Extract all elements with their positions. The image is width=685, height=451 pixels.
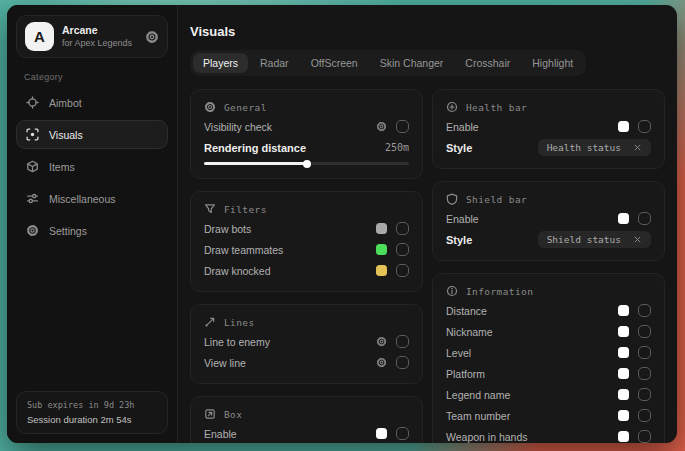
gear-icon[interactable] xyxy=(376,121,387,132)
sidebar-item-aimbot[interactable]: Aimbot xyxy=(16,88,168,117)
color-swatch[interactable] xyxy=(618,431,629,442)
main-panel: Visuals PlayersRadarOffScreenSkin Change… xyxy=(178,5,677,443)
tab-players[interactable]: Players xyxy=(193,53,248,73)
section-title: Health bar xyxy=(466,102,527,113)
sidebar-item-label: Miscellaneous xyxy=(49,193,116,205)
checkbox[interactable] xyxy=(638,409,651,422)
color-swatch[interactable] xyxy=(376,244,387,255)
color-swatch[interactable] xyxy=(618,410,629,421)
gear-icon[interactable] xyxy=(376,336,387,347)
gear-icon[interactable] xyxy=(376,357,387,368)
slider-track[interactable] xyxy=(204,162,409,165)
section-header: Health bar xyxy=(446,101,651,113)
section-title: Shield bar xyxy=(466,194,527,205)
sidebar-item-settings[interactable]: Settings xyxy=(16,216,168,245)
checkbox[interactable] xyxy=(638,346,651,359)
health-icon xyxy=(446,101,458,113)
setting-row-enable: Enable xyxy=(446,116,651,137)
setting-label: Legend name xyxy=(446,389,618,401)
setting-row-draw-knocked: Draw knocked xyxy=(204,260,409,281)
tab-radar[interactable]: Radar xyxy=(250,53,299,73)
color-swatch[interactable] xyxy=(618,389,629,400)
section-general: GeneralVisibility checkRendering distanc… xyxy=(190,89,423,179)
checkbox[interactable] xyxy=(396,356,409,369)
shield-icon xyxy=(446,193,458,205)
setting-label: Line to enemy xyxy=(204,336,376,348)
sidebar-item-visuals[interactable]: Visuals xyxy=(16,120,168,149)
sidebar-item-label: Items xyxy=(49,161,75,173)
setting-label: Enable xyxy=(204,428,376,440)
section-filters: FiltersDraw botsDraw teammatesDraw knock… xyxy=(190,191,423,292)
setting-label: View line xyxy=(204,357,376,369)
setting-row-line-to-enemy: Line to enemy xyxy=(204,331,409,352)
cube-icon xyxy=(26,160,39,173)
section-information: InformationDistanceNicknameLevelPlatform… xyxy=(432,273,665,443)
setting-label: Rendering distance xyxy=(204,142,385,154)
section-header: General xyxy=(204,101,409,113)
style-select[interactable]: Health status xyxy=(538,139,651,156)
line-icon xyxy=(204,316,216,328)
color-swatch[interactable] xyxy=(618,347,629,358)
tab-highlight[interactable]: Highlight xyxy=(522,53,583,73)
section-title: General xyxy=(224,102,267,113)
section-title: Filters xyxy=(224,204,267,215)
setting-row-nickname: Nickname xyxy=(446,321,651,342)
checkbox[interactable] xyxy=(638,120,651,133)
checkbox[interactable] xyxy=(638,388,651,401)
section-box: BoxEnableEnable background xyxy=(190,396,423,443)
checkbox[interactable] xyxy=(638,212,651,225)
setting-row-view-line: View line xyxy=(204,352,409,373)
checkbox[interactable] xyxy=(396,120,409,133)
sidebar-item-label: Visuals xyxy=(49,129,83,141)
setting-label: Distance xyxy=(446,305,618,317)
slider-value: 250m xyxy=(385,142,409,153)
clear-x-icon[interactable] xyxy=(633,235,642,244)
clear-x-icon[interactable] xyxy=(633,143,642,152)
slider-thumb[interactable] xyxy=(303,160,311,168)
checkbox[interactable] xyxy=(396,335,409,348)
checkbox[interactable] xyxy=(396,222,409,235)
arcane-window: A Arcane for Apex Legends Category Aimbo… xyxy=(7,5,677,443)
checkbox[interactable] xyxy=(396,427,409,440)
color-swatch[interactable] xyxy=(618,213,629,224)
rendering-distance-slider[interactable] xyxy=(204,162,409,165)
setting-label: Enable xyxy=(446,121,618,133)
color-swatch[interactable] xyxy=(376,223,387,234)
color-swatch[interactable] xyxy=(618,121,629,132)
select-value: Health status xyxy=(547,142,621,153)
page-title: Visuals xyxy=(190,24,665,39)
tab-crosshair[interactable]: Crosshair xyxy=(455,53,520,73)
header-gear-icon[interactable] xyxy=(145,30,159,44)
style-select[interactable]: Shield status xyxy=(538,231,651,248)
setting-label: Visibility check xyxy=(204,121,376,133)
sliders-icon xyxy=(26,192,39,205)
setting-label: Draw bots xyxy=(204,223,376,235)
sidebar-item-label: Aimbot xyxy=(49,97,82,109)
color-swatch[interactable] xyxy=(376,265,387,276)
checkbox[interactable] xyxy=(396,243,409,256)
setting-label: Weapon in hands xyxy=(446,431,618,443)
setting-row-enable: Enable xyxy=(446,208,651,229)
color-swatch[interactable] xyxy=(618,326,629,337)
select-value: Shield status xyxy=(547,234,621,245)
checkbox[interactable] xyxy=(396,264,409,277)
sidebar-item-items[interactable]: Items xyxy=(16,152,168,181)
checkbox[interactable] xyxy=(638,430,651,443)
color-swatch[interactable] xyxy=(618,305,629,316)
funnel-icon xyxy=(204,203,216,215)
setting-row-weapon-in-hands: Weapon in hands xyxy=(446,426,651,443)
section-shield-bar: Shield barEnableStyleShield status xyxy=(432,181,665,261)
desktop-background: A Arcane for Apex Legends Category Aimbo… xyxy=(0,0,685,451)
setting-row-style: StyleHealth status xyxy=(446,137,651,158)
color-swatch[interactable] xyxy=(618,368,629,379)
tab-skin-changer[interactable]: Skin Changer xyxy=(370,53,454,73)
slider-fill xyxy=(204,162,307,165)
tab-offscreen[interactable]: OffScreen xyxy=(301,53,368,73)
category-label: Category xyxy=(24,72,168,82)
color-swatch[interactable] xyxy=(376,428,387,439)
checkbox[interactable] xyxy=(638,325,651,338)
checkbox[interactable] xyxy=(638,304,651,317)
sidebar-item-miscellaneous[interactable]: Miscellaneous xyxy=(16,184,168,213)
setting-label: Team number xyxy=(446,410,618,422)
checkbox[interactable] xyxy=(638,367,651,380)
